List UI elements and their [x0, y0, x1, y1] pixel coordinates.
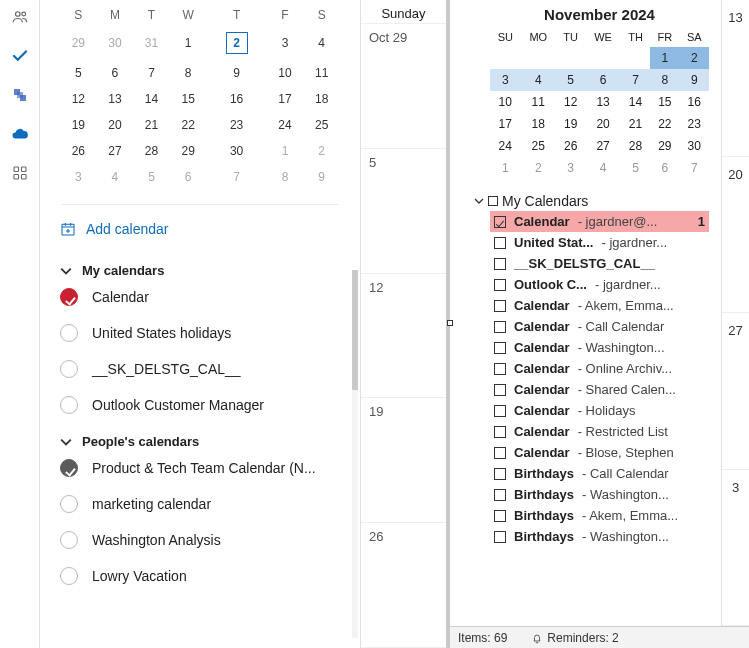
calendar-list-row[interactable]: Calendar - jgardner@...1 — [490, 211, 709, 232]
date-cell[interactable]: 18 — [521, 113, 556, 135]
date-cell[interactable]: 6 — [170, 164, 207, 190]
task-check-icon[interactable] — [11, 47, 29, 68]
date-cell[interactable] — [585, 47, 620, 69]
date-cell[interactable]: 5 — [60, 60, 97, 86]
date-cell[interactable]: 7 — [680, 157, 709, 179]
date-cell[interactable]: 3 — [60, 164, 97, 190]
date-cell[interactable]: 5 — [621, 157, 650, 179]
date-cell[interactable]: 22 — [170, 112, 207, 138]
date-cell[interactable] — [521, 47, 556, 69]
scrollbar-vertical[interactable] — [352, 270, 358, 638]
date-cell[interactable]: 25 — [303, 112, 340, 138]
date-cell[interactable]: 1 — [490, 157, 521, 179]
date-cell[interactable]: 25 — [521, 135, 556, 157]
date-cell[interactable]: 10 — [267, 60, 304, 86]
date-cell[interactable]: 29 — [60, 26, 97, 60]
week-day-label[interactable]: 13 — [722, 0, 749, 157]
date-cell[interactable]: 7 — [133, 60, 170, 86]
date-cell[interactable]: 7 — [621, 69, 650, 91]
date-cell[interactable]: 28 — [621, 135, 650, 157]
calendar-list-row[interactable]: Birthdays - Call Calendar — [490, 463, 709, 484]
date-cell[interactable]: 6 — [97, 60, 134, 86]
date-cell[interactable]: 21 — [621, 113, 650, 135]
date-cell[interactable]: 4 — [303, 26, 340, 60]
date-cell[interactable]: 1 — [267, 138, 304, 164]
calendar-list-row[interactable]: Calendar - Akem, Emma... — [490, 295, 709, 316]
date-cell[interactable]: 4 — [585, 157, 620, 179]
checkbox[interactable] — [494, 237, 506, 249]
date-cell[interactable]: 22 — [650, 113, 679, 135]
date-cell[interactable]: 2 — [206, 26, 266, 60]
calendar-toggle[interactable] — [60, 396, 78, 414]
checkbox[interactable] — [494, 300, 506, 312]
week-day-label[interactable]: 20 — [722, 157, 749, 314]
date-cell[interactable]: 3 — [490, 69, 521, 91]
date-cell[interactable]: 3 — [556, 157, 585, 179]
date-cell[interactable]: 29 — [170, 138, 207, 164]
date-cell[interactable]: 8 — [650, 69, 679, 91]
calendar-list-row[interactable]: Calendar - Restricted List — [490, 421, 709, 442]
calendar-group-header[interactable]: My calendars — [60, 257, 360, 288]
calendar-item[interactable]: marketing calendar — [60, 495, 360, 513]
date-cell[interactable]: 19 — [60, 112, 97, 138]
calendar-toggle[interactable] — [60, 567, 78, 585]
date-cell[interactable]: 12 — [60, 86, 97, 112]
date-cell[interactable]: 1 — [650, 47, 679, 69]
date-cell[interactable]: 27 — [97, 138, 134, 164]
week-day-column[interactable]: Sunday Oct 295121926 — [360, 0, 450, 648]
date-cell[interactable]: 11 — [521, 91, 556, 113]
calendar-item[interactable]: Lowry Vacation — [60, 567, 360, 585]
apps-icon[interactable] — [11, 164, 29, 185]
org-icon[interactable] — [11, 86, 29, 107]
checkbox[interactable] — [494, 279, 506, 291]
date-cell[interactable]: 4 — [97, 164, 134, 190]
date-cell[interactable]: 15 — [170, 86, 207, 112]
date-cell[interactable]: 7 — [206, 164, 266, 190]
calendar-item[interactable]: __SK_DELSTG_CAL__ — [60, 360, 360, 378]
cloud-icon[interactable] — [11, 125, 29, 146]
date-cell[interactable]: 13 — [585, 91, 620, 113]
date-cell[interactable]: 16 — [206, 86, 266, 112]
date-cell[interactable]: 30 — [680, 135, 709, 157]
date-cell[interactable]: 5 — [556, 69, 585, 91]
week-day-label[interactable]: 3 — [722, 470, 749, 627]
date-cell[interactable]: 6 — [585, 69, 620, 91]
checkbox[interactable] — [494, 447, 506, 459]
calendar-item[interactable]: Calendar — [60, 288, 360, 306]
calendar-toggle[interactable] — [60, 288, 78, 306]
date-cell[interactable]: 15 — [650, 91, 679, 113]
day-slot[interactable]: 12 — [361, 274, 446, 399]
calendar-list-row[interactable]: United Stat... - jgardner... — [490, 232, 709, 253]
my-calendars-header[interactable]: My Calendars — [474, 193, 709, 209]
date-cell[interactable]: 14 — [133, 86, 170, 112]
date-cell[interactable] — [490, 47, 521, 69]
date-cell[interactable]: 24 — [490, 135, 521, 157]
checkbox[interactable] — [494, 363, 506, 375]
calendar-list-row[interactable]: __SK_DELSTG_CAL__ — [490, 253, 709, 274]
date-cell[interactable]: 9 — [206, 60, 266, 86]
calendar-list-row[interactable]: Outlook C... - jgardner... — [490, 274, 709, 295]
date-cell[interactable]: 4 — [521, 69, 556, 91]
date-cell[interactable]: 8 — [170, 60, 207, 86]
calendar-toggle[interactable] — [60, 459, 78, 477]
week-day-label[interactable]: 27 — [722, 313, 749, 470]
day-slot[interactable]: 5 — [361, 149, 446, 274]
date-cell[interactable]: 3 — [267, 26, 304, 60]
calendar-item[interactable]: Product & Tech Team Calendar (N... — [60, 459, 360, 477]
date-cell[interactable]: 10 — [490, 91, 521, 113]
date-cell[interactable]: 20 — [585, 113, 620, 135]
calendar-item[interactable]: Outlook Customer Manager — [60, 396, 360, 414]
day-slot[interactable]: Oct 29 — [361, 24, 446, 149]
date-cell[interactable]: 18 — [303, 86, 340, 112]
calendar-toggle[interactable] — [60, 324, 78, 342]
checkbox[interactable] — [494, 489, 506, 501]
day-slot[interactable]: 19 — [361, 398, 446, 523]
date-cell[interactable]: 27 — [585, 135, 620, 157]
calendar-toggle[interactable] — [60, 495, 78, 513]
date-cell[interactable]: 31 — [133, 26, 170, 60]
date-cell[interactable] — [621, 47, 650, 69]
date-cell[interactable]: 8 — [267, 164, 304, 190]
date-cell[interactable]: 9 — [680, 69, 709, 91]
date-cell[interactable]: 9 — [303, 164, 340, 190]
calendar-list-row[interactable]: Calendar - Blose, Stephen — [490, 442, 709, 463]
